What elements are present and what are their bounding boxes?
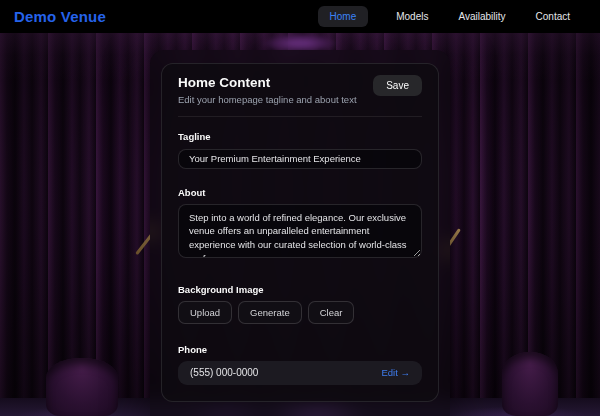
about-label: About bbox=[178, 187, 422, 198]
phone-label: Phone bbox=[178, 344, 422, 355]
about-textarea[interactable] bbox=[178, 204, 422, 258]
card-subtitle: Edit your homepage tagline and about tex… bbox=[178, 94, 357, 105]
card-header: Home Content Edit your homepage tagline … bbox=[178, 75, 422, 105]
planter-left bbox=[46, 358, 118, 416]
header-divider bbox=[178, 116, 422, 117]
clear-button[interactable]: Clear bbox=[308, 301, 355, 324]
save-button[interactable]: Save bbox=[373, 75, 422, 96]
content-panel: Home Content Edit your homepage tagline … bbox=[150, 50, 450, 416]
brand-logo[interactable]: Demo Venue bbox=[14, 8, 106, 25]
card-title: Home Content bbox=[178, 75, 357, 90]
phone-section: Phone (555) 000-0000 Edit → bbox=[178, 344, 422, 385]
nav-item-models[interactable]: Models bbox=[394, 6, 430, 27]
tagline-section: Tagline bbox=[178, 131, 422, 169]
nav-menu: Home Models Availability Contact bbox=[318, 6, 572, 27]
top-navbar: Demo Venue Home Models Availability Cont… bbox=[0, 0, 600, 33]
phone-value: (555) 000-0000 bbox=[190, 367, 258, 378]
nav-item-availability[interactable]: Availability bbox=[456, 6, 507, 27]
planter-right bbox=[502, 352, 558, 416]
nav-item-contact[interactable]: Contact bbox=[534, 6, 572, 27]
page: Demo Venue Home Models Availability Cont… bbox=[0, 0, 600, 416]
background-image-buttons: Upload Generate Clear bbox=[178, 301, 422, 324]
phone-row: (555) 000-0000 Edit → bbox=[178, 361, 422, 385]
home-content-card: Home Content Edit your homepage tagline … bbox=[161, 63, 439, 402]
nav-item-home[interactable]: Home bbox=[318, 6, 369, 27]
phone-edit-link[interactable]: Edit → bbox=[381, 367, 410, 378]
background-image-label: Background Image bbox=[178, 284, 422, 295]
about-section: About bbox=[178, 187, 422, 262]
upload-button[interactable]: Upload bbox=[178, 301, 232, 324]
generate-button[interactable]: Generate bbox=[238, 301, 302, 324]
tagline-label: Tagline bbox=[178, 131, 422, 142]
background-image-section: Background Image Upload Generate Clear bbox=[178, 284, 422, 324]
tagline-input[interactable] bbox=[178, 149, 422, 169]
